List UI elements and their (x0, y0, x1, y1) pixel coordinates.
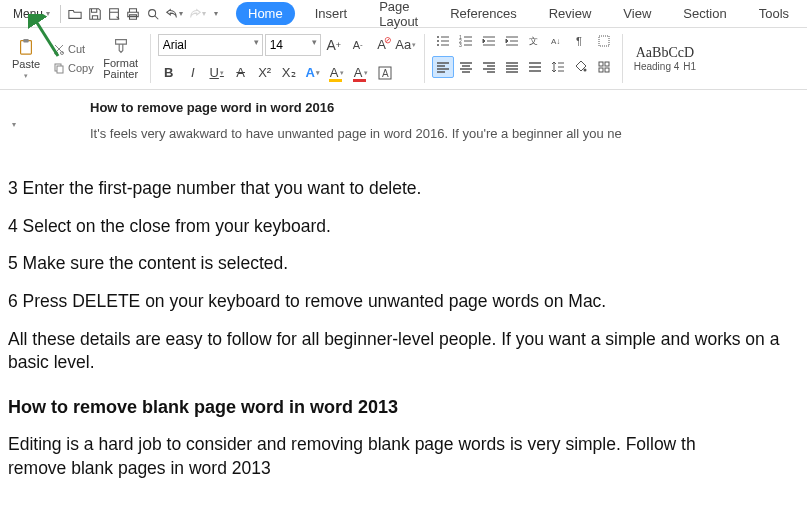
document-area: How to remove page word in word 2016 It'… (0, 90, 807, 480)
separator (150, 34, 151, 83)
tab-insert[interactable]: Insert (303, 2, 360, 25)
superscript-button[interactable]: X² (254, 62, 276, 84)
bold-button[interactable]: B (158, 62, 180, 84)
font-group: A+ A- A⊘ Aa▾ B I U▾ A X² X₂ A▾ A▾ A▾ A (158, 30, 417, 87)
brush-icon (112, 37, 130, 55)
summary-paragraph: All these details are easy to follow for… (8, 328, 799, 375)
text-effects-button[interactable]: A▾ (302, 62, 324, 84)
change-case-button[interactable]: Aa▾ (395, 34, 417, 56)
cut-button[interactable]: Cut (50, 41, 88, 57)
distribute-button[interactable] (524, 56, 546, 78)
char-shading-button[interactable]: A (374, 62, 396, 84)
quick-access-toolbar: Menu ▾ ▾ ▾ ▾ Home Insert Page Layout Ref… (0, 0, 807, 28)
svg-text:A↓: A↓ (551, 37, 560, 46)
svg-point-11 (437, 40, 439, 42)
open-icon[interactable] (67, 3, 84, 25)
paste-label: Paste (12, 58, 40, 70)
copy-button[interactable]: Copy (50, 60, 97, 76)
doc-heading: How to remove page word in word 2016 (90, 98, 797, 118)
step-3: 3 Enter the first-page number that you w… (8, 177, 799, 201)
styles-group[interactable]: AaBbCcD Heading 4 H1 (630, 30, 700, 87)
tab-home[interactable]: Home (236, 2, 295, 25)
ribbon: Paste ▾ Cut Copy Format Painter A+ A- (0, 28, 807, 90)
save-icon[interactable] (86, 3, 103, 25)
undo-dropdown[interactable]: ▾ (179, 9, 183, 18)
pilcrow-button[interactable]: ¶ (570, 30, 592, 52)
scissors-icon (53, 43, 65, 55)
step-5: 5 Make sure the content is selected. (8, 252, 799, 276)
print-icon[interactable] (125, 3, 142, 25)
ltr-button[interactable]: A↓ (547, 30, 569, 52)
tab-page-layout[interactable]: Page Layout (367, 0, 430, 33)
style-heading4-label: Heading 4 (634, 61, 680, 72)
svg-text:¶: ¶ (576, 35, 582, 47)
font-size-select[interactable] (265, 34, 321, 56)
svg-rect-21 (599, 62, 603, 66)
svg-text:文: 文 (529, 36, 538, 46)
highlight-button[interactable]: A▾ (326, 62, 348, 84)
svg-rect-22 (605, 62, 609, 66)
zoom-icon[interactable] (144, 3, 161, 25)
doc-body-clip: It's feels very awakward to have unwante… (90, 124, 797, 144)
style-preview-text: AaBbCcD (636, 45, 694, 61)
font-color-button[interactable]: A▾ (350, 62, 372, 84)
tab-section[interactable]: Section (671, 2, 738, 25)
svg-rect-2 (21, 40, 32, 54)
svg-point-5 (61, 52, 64, 55)
format-painter-button[interactable]: Format Painter (99, 37, 143, 80)
qat-customize-dropdown[interactable]: ▾ (214, 9, 218, 18)
tab-references[interactable]: References (438, 2, 528, 25)
redo-dropdown[interactable]: ▾ (202, 9, 206, 18)
step-6: 6 Press DELETE on your keyboard to remov… (8, 290, 799, 314)
paragraph-2013-b: remove blank pages in word 2013 (8, 457, 799, 481)
align-justify-button[interactable] (501, 56, 523, 78)
italic-button[interactable]: I (182, 62, 204, 84)
text-direction-button[interactable]: 文 (524, 30, 546, 52)
decrease-indent-button[interactable] (478, 30, 500, 52)
menu-button[interactable]: Menu ▾ (6, 5, 54, 23)
copy-icon (53, 62, 65, 74)
tab-review[interactable]: Review (537, 2, 604, 25)
subscript-button[interactable]: X₂ (278, 62, 300, 84)
svg-text:3: 3 (459, 42, 462, 48)
paste-button[interactable]: Paste ▾ (4, 38, 48, 80)
svg-rect-19 (599, 36, 609, 46)
style-h1-label: H1 (683, 61, 696, 72)
borders-button[interactable] (593, 30, 615, 52)
menu-label: Menu (13, 7, 43, 21)
strikethrough-button[interactable]: A (230, 62, 252, 84)
align-right-button[interactable] (478, 56, 500, 78)
align-left-button[interactable] (432, 56, 454, 78)
clear-format-button[interactable]: A⊘ (371, 34, 393, 56)
svg-point-12 (437, 44, 439, 46)
font-name-select[interactable] (158, 34, 263, 56)
underline-button[interactable]: U▾ (206, 62, 228, 84)
document-page-top: How to remove page word in word 2016 It'… (0, 90, 807, 147)
align-center-button[interactable] (455, 56, 477, 78)
paragraph-2013-a: Editing is a hard job to consider and re… (8, 433, 799, 457)
shrink-font-button[interactable]: A- (347, 34, 369, 56)
print-preview-icon[interactable] (105, 3, 122, 25)
svg-rect-23 (599, 68, 603, 72)
svg-point-1 (148, 9, 155, 16)
svg-text:A: A (382, 68, 389, 79)
grow-font-button[interactable]: A+ (323, 34, 345, 56)
numbering-button[interactable]: 123 (455, 30, 477, 52)
article-body: 3 Enter the first-page number that you w… (0, 159, 807, 480)
tab-view[interactable]: View (611, 2, 663, 25)
bullets-button[interactable] (432, 30, 454, 52)
paragraph-group: 123 文 A↓ ¶ (432, 30, 615, 87)
separator (424, 34, 425, 83)
increase-indent-button[interactable] (501, 30, 523, 52)
clipboard-group: Paste ▾ Cut Copy Format Painter (4, 30, 143, 87)
separator (622, 34, 623, 83)
svg-point-4 (55, 52, 58, 55)
svg-rect-7 (57, 66, 63, 73)
svg-rect-24 (605, 68, 609, 72)
line-spacing-button[interactable] (547, 56, 569, 78)
tab-tools[interactable]: Tools (747, 2, 801, 25)
tabs-button[interactable] (593, 56, 615, 78)
subheading-2013: How to remove blank page word in word 20… (8, 395, 799, 419)
shading-button[interactable] (570, 56, 592, 78)
paste-icon (17, 38, 35, 56)
